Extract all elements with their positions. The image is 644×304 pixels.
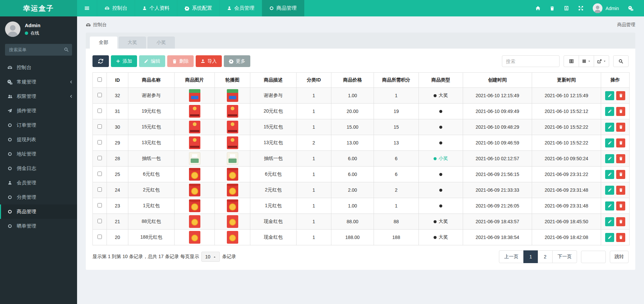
row-edit-button[interactable] (605, 123, 614, 132)
topnav-item[interactable]: 控制台 (97, 0, 135, 16)
sidebar-item[interactable]: 常规管理 (0, 75, 77, 89)
row-delete-button[interactable] (616, 217, 625, 226)
row-delete-button[interactable] (616, 233, 625, 242)
cell-type (439, 204, 442, 207)
pagination-summary-text: 显示第 1 到第 10 条记录，总共 17 条记录 每页显示 (92, 254, 199, 260)
edit-button[interactable]: 编辑 (139, 55, 165, 67)
product-image (189, 121, 200, 133)
sidebar-item[interactable]: 会员管理 (0, 176, 77, 190)
row-edit-button[interactable] (605, 186, 614, 195)
sidebar-item[interactable]: 插件管理 (0, 104, 77, 118)
import-label: 导入 (207, 58, 217, 64)
language-button[interactable] (559, 0, 574, 16)
cell-price: 188.00 (331, 230, 374, 245)
sidebar-toggle-button[interactable] (77, 0, 97, 16)
user-menu[interactable]: Admin (588, 3, 624, 13)
row-checkbox[interactable] (98, 140, 102, 144)
fullscreen-button[interactable] (574, 0, 588, 16)
prev-page-button[interactable]: 上一页 (499, 250, 524, 263)
row-checkbox[interactable] (98, 93, 102, 97)
columns-button[interactable] (579, 55, 594, 67)
add-button[interactable]: 添加 (111, 55, 137, 67)
cell-type (439, 141, 442, 144)
cell-id: 30 (107, 119, 128, 135)
sidebar-item[interactable]: 商品管理 (0, 204, 77, 219)
cell-id: 28 (107, 151, 128, 167)
topnav-item[interactable]: 会员管理 (220, 0, 262, 16)
pencil-icon (608, 204, 612, 208)
row-checkbox[interactable] (98, 235, 102, 239)
page-button[interactable]: 2 (538, 250, 553, 263)
tab[interactable]: 小奖 (147, 37, 175, 49)
topnav-item[interactable]: 个人资料 (135, 0, 177, 16)
more-button[interactable]: 更多 (224, 55, 250, 67)
row-delete-button[interactable] (616, 186, 625, 195)
topnav-item-label: 控制台 (112, 5, 127, 11)
breadcrumb[interactable]: 控制台 (86, 22, 107, 28)
row-edit-button[interactable] (605, 138, 614, 147)
cell-id: 23 (107, 198, 128, 214)
next-page-button[interactable]: 下一页 (552, 250, 577, 263)
sidebar-item[interactable]: 订单管理 (0, 118, 77, 132)
row-edit-button[interactable] (605, 201, 614, 210)
caret-up-icon (213, 255, 216, 258)
row-edit-button[interactable] (605, 233, 614, 242)
pencil-icon (608, 157, 612, 161)
sidebar-item[interactable]: 分类管理 (0, 190, 77, 204)
cell-name: 1元红包 (128, 198, 175, 214)
export-button[interactable] (594, 55, 609, 67)
row-checkbox[interactable] (98, 219, 102, 223)
row-delete-button[interactable] (616, 138, 625, 147)
row-checkbox[interactable] (98, 109, 102, 113)
row-edit-button[interactable] (605, 170, 614, 179)
row-delete-button[interactable] (616, 154, 625, 163)
select-all-checkbox[interactable] (98, 77, 102, 82)
clear-cache-button[interactable] (545, 0, 559, 16)
sidebar-item[interactable]: 提现列表 (0, 132, 77, 147)
sidebar-item[interactable]: 晒单管理 (0, 219, 77, 233)
cell-description: 谢谢参与 (250, 88, 297, 104)
row-checkbox[interactable] (98, 187, 102, 192)
row-delete-button[interactable] (616, 123, 625, 132)
row-edit-button[interactable] (605, 217, 614, 226)
row-edit-button[interactable] (605, 91, 614, 100)
page-size-select[interactable]: 10 (201, 252, 220, 262)
sidebar-search-input[interactable] (5, 44, 72, 56)
sidebar-item-label: 晒单管理 (17, 223, 36, 229)
sidebar-item[interactable]: 权限管理 (0, 89, 77, 104)
avatar (593, 3, 602, 13)
jump-page-input[interactable] (581, 251, 606, 263)
row-checkbox[interactable] (98, 172, 102, 176)
row-delete-button[interactable] (616, 201, 625, 210)
refresh-button[interactable] (92, 55, 109, 67)
carousel-image (227, 184, 238, 196)
row-edit-button[interactable] (605, 154, 614, 163)
settings-button[interactable] (624, 0, 638, 16)
sidebar-item[interactable]: 佣金日志 (0, 161, 77, 176)
page-button[interactable]: 1 (523, 250, 538, 263)
delete-button[interactable]: 删除 (167, 55, 194, 67)
import-button[interactable]: 导入 (196, 55, 222, 67)
type-dot (439, 110, 442, 113)
search-button[interactable] (613, 55, 629, 67)
product-image (189, 215, 200, 228)
row-checkbox[interactable] (98, 156, 102, 160)
row-delete-button[interactable] (616, 170, 625, 179)
tab[interactable]: 大奖 (119, 37, 146, 49)
tab[interactable]: 全部 (90, 37, 117, 49)
row-delete-button[interactable] (616, 107, 625, 116)
row-checkbox[interactable] (98, 203, 102, 207)
topnav-item[interactable]: 商品管理 (262, 0, 304, 16)
detail-view-button[interactable] (564, 55, 579, 67)
sidebar-item[interactable]: 控制台 (0, 60, 77, 75)
jump-button[interactable]: 跳转 (610, 251, 629, 263)
row-checkbox[interactable] (98, 124, 102, 129)
sidebar-item[interactable]: 地址管理 (0, 147, 77, 161)
brand-logo[interactable]: 幸运盒子 (0, 0, 77, 16)
topnav-item[interactable]: 系统配置 (177, 0, 220, 16)
row-delete-button[interactable] (616, 91, 625, 100)
table-search-input[interactable] (502, 55, 560, 67)
home-button[interactable] (531, 0, 545, 16)
row-edit-button[interactable] (605, 107, 614, 116)
address-book-icon (564, 6, 569, 11)
